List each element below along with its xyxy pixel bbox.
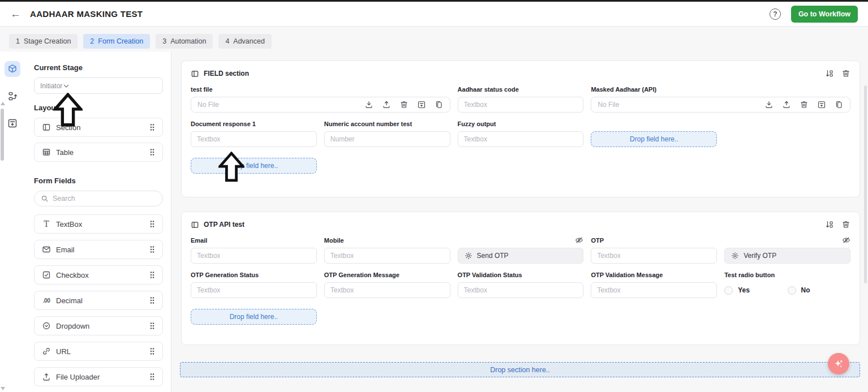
trash-icon[interactable] — [841, 220, 850, 229]
otp-gen-status-input[interactable] — [191, 282, 317, 298]
palette-item-file-uploader[interactable]: File Uploader — [34, 367, 163, 386]
drag-handle-icon[interactable] — [149, 148, 155, 156]
tab-number: 4 — [225, 37, 229, 45]
trash-icon[interactable] — [800, 100, 809, 109]
drop-field-target[interactable]: Drop field here.. — [591, 131, 717, 147]
email-input[interactable] — [191, 248, 317, 264]
ai-assistant-button[interactable] — [828, 353, 849, 374]
radio-option-no[interactable]: No — [788, 286, 850, 295]
email-icon — [42, 245, 51, 254]
drag-handle-icon[interactable] — [149, 296, 155, 304]
tab-automation[interactable]: 3 Automation — [156, 34, 213, 49]
drop-section-target[interactable]: Drop section here.. — [180, 362, 860, 377]
section-header: FIELD section — [182, 61, 860, 85]
copy-icon[interactable] — [435, 100, 444, 109]
field-label: Test radio button — [724, 271, 850, 278]
aadhaar-status-code-input[interactable] — [458, 97, 584, 113]
rail-item-form-page[interactable] — [5, 115, 20, 131]
field-search[interactable] — [34, 191, 163, 206]
eye-off-icon[interactable] — [842, 236, 850, 244]
drag-handle-icon[interactable] — [149, 245, 155, 253]
drop-field-cell: Drop field here.. — [591, 120, 717, 147]
download-icon[interactable] — [764, 100, 774, 109]
go-to-workflow-button[interactable]: Go to Workflow — [791, 6, 858, 23]
otp-val-message-input[interactable] — [591, 282, 717, 298]
file-placeholder: No File — [598, 101, 619, 109]
field-label: Fuzzy output — [458, 120, 584, 127]
scroll-down-arrow[interactable] — [1, 387, 5, 390]
tab-label: Automation — [170, 37, 206, 45]
numeric-account-input[interactable] — [324, 131, 450, 147]
scroll-up-arrow[interactable] — [1, 102, 5, 105]
field-otp-gen-status: OTP Generation Status — [191, 271, 317, 298]
form-view-icon[interactable] — [817, 100, 826, 109]
sort-order-icon[interactable] — [825, 220, 834, 229]
drop-field-target[interactable]: Drop field here.. — [191, 158, 317, 174]
palette-item-email[interactable]: Email — [34, 240, 163, 259]
radio-circle[interactable] — [724, 286, 733, 295]
upload-icon[interactable] — [782, 100, 791, 109]
palette-item-decimal[interactable]: .00 Decimal — [34, 291, 163, 310]
textbox-icon: T — [42, 220, 51, 228]
layout-item-section[interactable]: Section — [34, 118, 163, 137]
section-header: OTP API test — [182, 212, 860, 236]
drag-handle-icon[interactable] — [149, 220, 155, 228]
drop-field-target[interactable]: Drop field here.. — [191, 309, 317, 325]
tab-advanced[interactable]: 4 Advanced — [218, 34, 272, 49]
tab-form-creation[interactable]: 2 Form Creation — [83, 34, 150, 49]
otp-input[interactable] — [591, 248, 717, 264]
current-stage-select[interactable]: Initiator — [34, 77, 163, 94]
palette-item-dropdown[interactable]: Dropdown — [34, 316, 163, 335]
help-icon[interactable]: ? — [770, 8, 781, 20]
section-title: FIELD section — [204, 70, 249, 77]
trash-icon[interactable] — [841, 69, 850, 78]
copy-icon[interactable] — [835, 100, 844, 109]
layout-item-label: Section — [56, 123, 80, 132]
fuzzy-output-input[interactable] — [458, 131, 584, 147]
palette-item-textbox[interactable]: T TextBox — [34, 214, 163, 234]
field-numeric-account: Numeric account number test — [324, 120, 450, 147]
send-otp-button[interactable]: Send OTP — [458, 248, 584, 264]
sort-order-icon[interactable] — [825, 69, 834, 78]
field-otp-gen-message: OTP Generation Message — [324, 271, 450, 298]
field-row: Drop field here.. — [182, 158, 860, 174]
palette-item-url[interactable]: URL — [34, 342, 163, 361]
panel-scrollbar[interactable] — [166, 133, 170, 392]
back-arrow-icon[interactable]: ← — [10, 8, 21, 19]
canvas-scrollbar-thumb[interactable] — [864, 85, 867, 283]
scrollbar-thumb[interactable] — [1, 109, 4, 161]
field-label: Masked Aadhaar (API) — [591, 85, 850, 93]
stages-icon — [7, 91, 18, 101]
field-row: Document response 1 Numeric account numb… — [182, 120, 860, 147]
palette-item-label: Decimal — [56, 296, 83, 305]
search-input[interactable] — [53, 195, 137, 203]
otp-val-status-input[interactable] — [458, 282, 584, 298]
otp-gen-message-input[interactable] — [324, 282, 450, 298]
rail-item-stages[interactable] — [5, 88, 20, 104]
download-icon[interactable] — [364, 100, 373, 109]
form-view-icon[interactable] — [417, 100, 426, 109]
drag-handle-icon[interactable] — [149, 322, 155, 330]
current-stage-heading: Current Stage — [34, 63, 163, 72]
masked-aadhaar-input[interactable]: No File — [591, 97, 850, 113]
document-response-input[interactable] — [191, 131, 317, 147]
rail-item-form-builder[interactable] — [5, 61, 20, 77]
radio-circle[interactable] — [788, 286, 796, 295]
section-icon — [191, 221, 199, 229]
drag-handle-icon[interactable] — [149, 271, 155, 279]
mobile-input[interactable] — [324, 248, 450, 264]
eye-off-icon[interactable] — [575, 236, 583, 244]
radio-option-yes[interactable]: Yes — [724, 286, 787, 295]
layout-item-table[interactable]: Table — [34, 143, 163, 162]
drag-handle-icon[interactable] — [149, 347, 155, 355]
drag-handle-icon[interactable] — [149, 123, 155, 131]
field-label: Email — [191, 236, 317, 244]
verify-otp-button[interactable]: Verify OTP — [724, 248, 850, 264]
test-file-input[interactable]: No File — [191, 97, 450, 113]
field-label: OTP Validation Status — [458, 271, 584, 278]
drag-handle-icon[interactable] — [149, 373, 155, 381]
palette-item-checkbox[interactable]: Checkbox — [34, 265, 163, 285]
upload-icon[interactable] — [382, 100, 391, 109]
trash-icon[interactable] — [399, 100, 409, 109]
tab-stage-creation[interactable]: 1 Stage Creation — [9, 34, 78, 49]
